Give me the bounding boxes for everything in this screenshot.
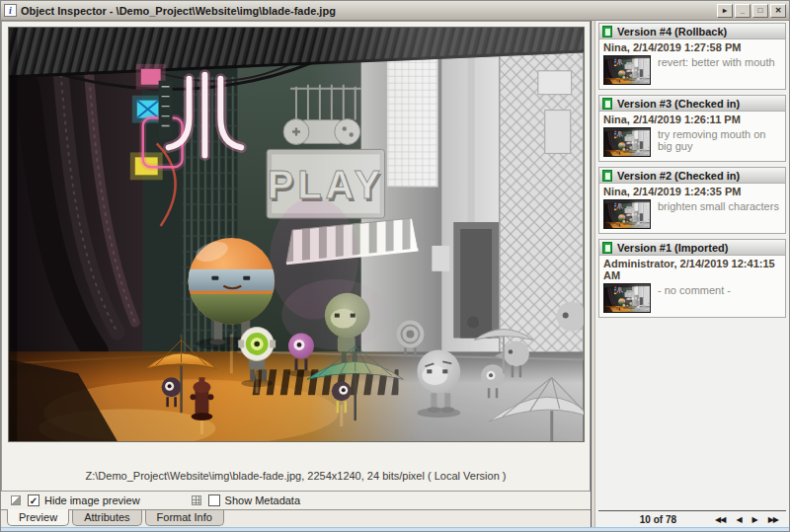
info-icon: i xyxy=(4,4,17,17)
page-indicator: 10 of 78 xyxy=(640,514,676,525)
previous-page-button[interactable]: ◀ xyxy=(736,515,741,524)
preview-controls: ✓ Hide image preview Show Metadata xyxy=(1,492,591,509)
minimize-button[interactable]: _ xyxy=(735,4,750,18)
object-inspector-window: i Object Inspector - \Demo_Project\Websi… xyxy=(0,0,790,532)
version-header[interactable]: Version #2 (Checked in) xyxy=(599,168,785,184)
version-title: Version #2 (Checked in) xyxy=(617,170,740,182)
version-header[interactable]: Version #1 (Imported) xyxy=(599,240,785,256)
window-title: Object Inspector - \Demo_Project\Website… xyxy=(21,5,717,17)
show-metadata-checkbox[interactable] xyxy=(208,494,220,506)
first-page-button[interactable]: ◀◀ xyxy=(715,515,725,524)
preview-area: PLAY PLAY xyxy=(1,21,591,492)
version-thumbnail[interactable] xyxy=(603,283,651,313)
version-author-line: Nina, 2/14/2019 1:24:35 PM xyxy=(603,186,781,197)
last-page-button[interactable]: ▶▶ xyxy=(768,515,778,524)
bottom-tabbar: Preview Attributes Format Info xyxy=(1,509,591,527)
window-menu-button[interactable]: ▸ xyxy=(717,4,733,18)
version-thumbnail[interactable] xyxy=(603,55,651,85)
hide-image-preview-label[interactable]: Hide image preview xyxy=(44,494,140,506)
version-header[interactable]: Version #3 (Checked in) xyxy=(599,96,785,112)
image-preview-icon xyxy=(11,495,21,505)
version-status-icon xyxy=(602,26,612,38)
version-comment: brighten small characters xyxy=(658,199,779,212)
version-author-line: Administrator, 2/14/2019 12:41:15 AM xyxy=(603,258,781,281)
tab-attributes[interactable]: Attributes xyxy=(72,510,141,526)
preview-panel: PLAY PLAY xyxy=(1,21,591,527)
version-title: Version #4 (Rollback) xyxy=(617,26,727,38)
pagination-bar: 10 of 78 ◀◀ ◀ ▶ ▶▶ xyxy=(598,510,786,527)
version-card[interactable]: Version #1 (Imported) Administrator, 2/1… xyxy=(598,239,786,318)
version-title: Version #3 (Checked in) xyxy=(617,98,740,110)
version-status-icon xyxy=(602,98,612,110)
close-button[interactable]: ✕ xyxy=(770,4,786,18)
version-author-line: Nina, 2/14/2019 1:26:11 PM xyxy=(603,114,781,125)
titlebar[interactable]: i Object Inspector - \Demo_Project\Websi… xyxy=(1,1,789,21)
image-path-caption: Z:\Demo_Project\Website\img\blade-fade.j… xyxy=(2,470,590,482)
next-page-button[interactable]: ▶ xyxy=(752,515,757,524)
version-card[interactable]: Version #3 (Checked in) Nina, 2/14/2019 … xyxy=(598,95,786,162)
version-status-icon xyxy=(602,170,612,182)
version-history-panel: Version #4 (Rollback) Nina, 2/14/2019 1:… xyxy=(595,21,789,527)
tab-preview[interactable]: Preview xyxy=(7,509,69,526)
metadata-grid-icon xyxy=(192,495,201,505)
version-comment: - no comment - xyxy=(658,283,731,296)
version-card[interactable]: Version #2 (Checked in) Nina, 2/14/2019 … xyxy=(598,167,786,234)
preview-image: PLAY PLAY xyxy=(8,27,585,442)
version-comment: revert: better with mouth xyxy=(658,55,775,68)
version-title: Version #1 (Imported) xyxy=(617,242,728,254)
show-metadata-label[interactable]: Show Metadata xyxy=(225,494,300,506)
version-header[interactable]: Version #4 (Rollback) xyxy=(599,24,785,39)
maximize-button[interactable]: □ xyxy=(752,4,768,18)
tab-format-info[interactable]: Format Info xyxy=(145,510,224,526)
version-thumbnail[interactable] xyxy=(603,199,651,229)
version-status-icon xyxy=(602,242,612,254)
version-comment: try removing mouth on big guy xyxy=(658,127,781,152)
window-bottom-edge xyxy=(1,527,789,531)
version-thumbnail[interactable] xyxy=(603,127,651,157)
hide-image-preview-checkbox[interactable]: ✓ xyxy=(28,494,40,506)
version-card[interactable]: Version #4 (Rollback) Nina, 2/14/2019 1:… xyxy=(598,23,786,90)
version-author-line: Nina, 2/14/2019 1:27:58 PM xyxy=(603,41,781,53)
